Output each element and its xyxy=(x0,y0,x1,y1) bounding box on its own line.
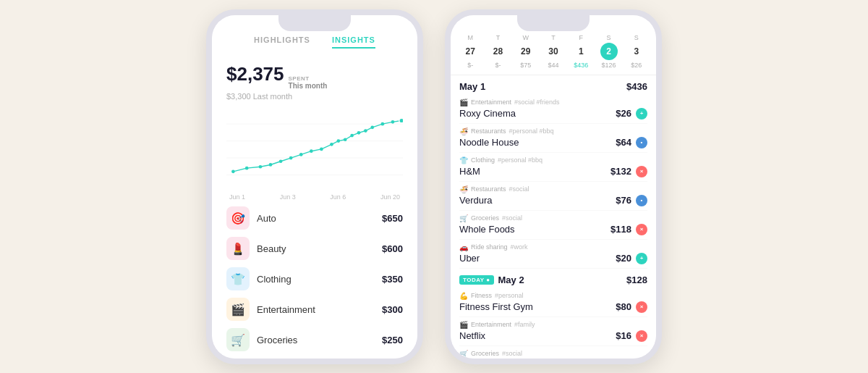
tx-tags: #personal #bbq xyxy=(498,156,542,164)
tx-category-icon: 👕 xyxy=(459,156,468,164)
svg-point-11 xyxy=(310,149,313,153)
tx-row: Netflix $16 × xyxy=(459,330,647,342)
cal-day-num: 30 xyxy=(545,43,562,60)
svg-point-15 xyxy=(344,138,347,141)
calendar-day[interactable]: W 29 $75 xyxy=(517,34,535,69)
cal-amount: $75 xyxy=(520,62,531,69)
date-header-left: TODAY ● May 2 xyxy=(459,274,524,285)
tx-category-icon: 🛒 xyxy=(459,214,468,222)
chart-label-4: Jun 20 xyxy=(380,193,400,201)
calendar-day[interactable]: M 27 $- xyxy=(461,34,479,69)
cal-day-name: S xyxy=(607,34,611,41)
svg-point-20 xyxy=(381,122,385,126)
category-icon: 👕 xyxy=(226,267,250,290)
tx-tags: #work xyxy=(511,243,528,251)
calendar-day[interactable]: T 28 $- xyxy=(489,34,506,69)
svg-point-12 xyxy=(320,148,323,151)
tx-indicator: • xyxy=(636,195,647,206)
tx-row: H&M $132 × xyxy=(459,166,647,177)
tx-row: Verdura $76 • xyxy=(459,195,647,206)
category-amount: $350 xyxy=(382,274,403,285)
phone-insights: HIGHLIGHTS INSIGHTS $2,375 SPENT This mo… xyxy=(206,9,423,364)
transaction-item: 🎬 Entertainment #social #friends Roxy Ci… xyxy=(459,95,647,124)
svg-point-14 xyxy=(337,139,341,143)
calendar-day[interactable]: S 3 $26 xyxy=(628,34,645,69)
amount-value: $2,375 xyxy=(226,63,284,85)
cal-day-name: W xyxy=(522,34,529,41)
last-month: $3,300 Last month xyxy=(226,92,403,101)
tx-amount: $26 xyxy=(616,108,631,119)
svg-point-6 xyxy=(259,165,263,169)
category-list: 🎯 Auto $650 💄 Beauty $600 👕 Clothing $35… xyxy=(226,206,403,358)
tx-name: Noodle House xyxy=(459,137,519,148)
tx-meta: 💪 Fitness #personal xyxy=(459,292,647,300)
category-amount: $250 xyxy=(382,335,403,345)
transaction-item: 🍜 Restaurants #social Verdura $76 • xyxy=(459,182,647,211)
tx-category: Groceries xyxy=(471,350,499,357)
tx-row: Uber $20 + xyxy=(459,253,647,264)
date-label: May 2 xyxy=(498,274,524,285)
tx-tags: #social #friends xyxy=(514,99,560,106)
tx-right: $118 × xyxy=(610,224,647,235)
tx-amount: $132 xyxy=(610,166,631,177)
tx-indicator: × xyxy=(636,166,647,177)
transaction-item: 🚗 Ride sharing #work Uber $20 + xyxy=(459,240,647,269)
svg-point-7 xyxy=(269,163,273,167)
date-header-left: May 1 xyxy=(459,81,485,92)
tx-right: $132 × xyxy=(610,166,647,177)
category-name: Beauty xyxy=(257,243,375,254)
calendar-day[interactable]: F 1 $436 xyxy=(572,34,590,69)
spending-header: $2,375 SPENT This month $3,300 Last mont… xyxy=(226,63,403,101)
category-name: Groceries xyxy=(257,335,375,345)
category-icon: 🛒 xyxy=(226,328,250,351)
tx-tags: #personal xyxy=(495,292,524,299)
tx-amount: $118 xyxy=(610,224,631,235)
tx-category: Entertainment xyxy=(471,321,511,328)
transactions-screen: M 27 $- T 28 $- W 29 $75 T 30 $44 F 1 $4… xyxy=(451,15,656,359)
tx-row: Roxy Cinema $26 + xyxy=(459,108,647,120)
tx-right: $64 • xyxy=(616,137,647,148)
cal-day-num: 27 xyxy=(461,43,479,60)
tx-tags: #social xyxy=(502,350,522,357)
tab-highlights[interactable]: HIGHLIGHTS xyxy=(254,35,310,49)
category-name: Auto xyxy=(257,213,375,224)
tx-right: $16 × xyxy=(616,330,647,342)
tx-meta: 🛒 Groceries #social xyxy=(459,350,647,358)
tx-meta: 🍜 Restaurants #personal #bbq xyxy=(459,127,647,135)
date-label: May 1 xyxy=(459,81,485,92)
tx-category: Ride sharing xyxy=(471,243,508,251)
transaction-item: 🎬 Entertainment #family Netflix $16 × xyxy=(459,317,647,346)
tx-name: Whole Foods xyxy=(459,224,515,235)
svg-point-8 xyxy=(279,160,283,164)
transaction-item: 🛒 Groceries #social Whole Foods $118 × xyxy=(459,211,647,240)
date-header: May 1 $436 xyxy=(459,75,647,95)
cal-day-num: 28 xyxy=(489,43,506,60)
svg-point-9 xyxy=(289,156,293,160)
cal-day-name: F xyxy=(579,34,584,41)
transaction-item: 💪 Fitness #personal Fitness First Gym $8… xyxy=(459,288,647,317)
category-item: 🎯 Auto $650 xyxy=(226,206,403,230)
spending-amount: $2,375 SPENT This month xyxy=(226,63,327,91)
cal-day-num: 3 xyxy=(628,43,645,60)
cal-day-num: 1 xyxy=(572,43,590,60)
category-name: Entertainment xyxy=(257,304,375,315)
calendar-day[interactable]: S 2 $126 xyxy=(600,34,618,69)
calendar-day[interactable]: T 30 $44 xyxy=(545,34,562,69)
category-item: 🛒 Groceries $250 xyxy=(226,328,403,351)
tx-row: Whole Foods $118 × xyxy=(459,224,647,235)
date-total: $128 xyxy=(626,274,647,285)
svg-point-5 xyxy=(245,167,249,170)
spending-label: SPENT This month xyxy=(289,75,328,91)
svg-point-22 xyxy=(399,118,403,123)
tx-tags: #family xyxy=(514,321,535,328)
svg-point-18 xyxy=(364,129,367,133)
date-total: $436 xyxy=(626,81,647,92)
category-item: 🎬 Entertainment $300 xyxy=(226,298,403,321)
tab-insights[interactable]: INSIGHTS xyxy=(332,35,375,49)
svg-point-4 xyxy=(231,170,235,174)
tx-meta: 🎬 Entertainment #family xyxy=(459,321,647,329)
tx-row: Noodle House $64 • xyxy=(459,137,647,148)
tx-indicator: + xyxy=(636,253,647,264)
category-amount: $650 xyxy=(382,213,403,224)
cal-day-name: T xyxy=(551,34,556,41)
